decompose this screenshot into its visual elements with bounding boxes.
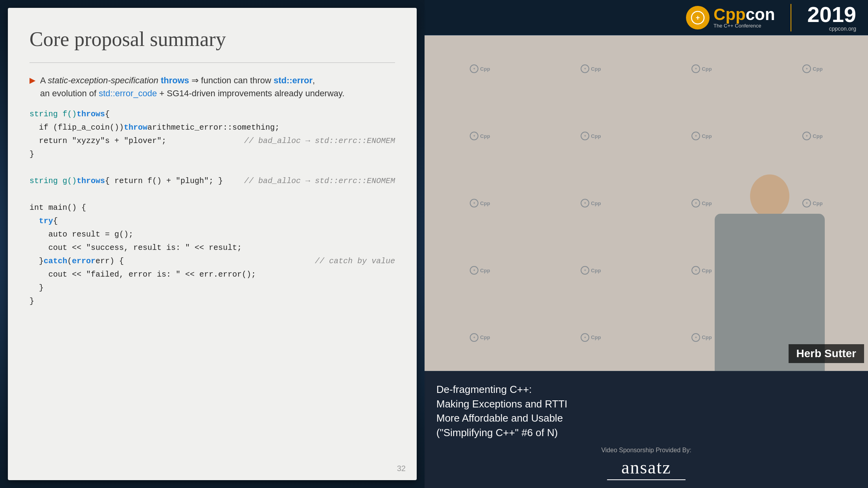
main-layout: Core proposal summary ▶ A static-excepti…	[0, 0, 868, 488]
logo-subtitle: The C++ Conference	[714, 23, 775, 29]
sponsorship-label: Video Sponsorship Provided By:	[436, 447, 856, 454]
speaker-name-badge: Herb Sutter	[789, 344, 864, 363]
std-error-code: std::error_code	[99, 88, 157, 98]
code-line-1: string f() throws {	[29, 108, 395, 121]
bullet-line2: an evolution of std::error_code + SG14-d…	[40, 88, 344, 98]
code-line-14: }	[29, 281, 395, 295]
code-line-6: string g() throws { return f() + "plugh"…	[29, 174, 395, 188]
speaker-figure	[695, 182, 844, 371]
static-exception-spec: static-exception-specification	[48, 75, 158, 85]
speaker-head	[750, 174, 789, 218]
code-line-4: }	[29, 148, 395, 161]
slide: Core proposal summary ▶ A static-excepti…	[8, 8, 417, 480]
svg-text:+: +	[696, 14, 700, 22]
video-area: +Cpp +Cpp +Cpp +Cpp +Cpp +Cpp +Cpp +Cpp …	[425, 35, 868, 371]
throws-keyword: throws	[161, 75, 189, 85]
code-line-10: auto result = g();	[29, 228, 395, 241]
bullet-text: A static-exception-specification throws …	[40, 74, 344, 100]
slide-area: Core proposal summary ▶ A static-excepti…	[0, 0, 425, 488]
bullet-point: ▶ A static-exception-specification throw…	[29, 74, 395, 100]
right-panel: + Cppcon The C++ Conference 2019 cppcon.…	[425, 0, 868, 488]
code-line-7	[29, 188, 395, 201]
code-block: string f() throws { if (flip_a_coin()) t…	[29, 108, 395, 308]
logo-area: + Cppcon The C++ Conference 2019 cppcon.…	[686, 4, 856, 32]
code-line-12: } catch(error err) { // catch by value	[29, 255, 395, 268]
info-panel: De-fragmenting C++: Making Exceptions an…	[425, 371, 868, 488]
std-error: std::error	[274, 75, 313, 85]
slide-divider	[29, 62, 395, 63]
bullet-line1: A static-exception-specification throws …	[40, 75, 315, 85]
year-text: 2019	[807, 4, 856, 26]
code-line-3: return "xyzzy"s + "plover"; // bad_alloc…	[29, 134, 395, 148]
logo-circle: +	[686, 6, 710, 29]
talk-title: De-fragmenting C++: Making Exceptions an…	[436, 382, 856, 440]
code-line-5	[29, 161, 395, 174]
slide-title: Core proposal summary	[29, 28, 395, 51]
code-line-15: }	[29, 295, 395, 308]
sponsor-name: ansatz	[436, 457, 856, 478]
code-line-11: cout << "success, result is: " << result…	[29, 241, 395, 255]
code-line-9: try {	[29, 215, 395, 228]
top-bar: + Cppcon The C++ Conference 2019 cppcon.…	[425, 0, 868, 35]
code-line-13: cout << "failed, error is: " << err.erro…	[29, 268, 395, 281]
logo-text-area: Cppcon The C++ Conference	[714, 6, 775, 29]
year-area: 2019 cppcon.org	[807, 4, 856, 32]
logo-divider	[791, 4, 791, 31]
code-line-8: int main() {	[29, 201, 395, 215]
sponsorship-area: Video Sponsorship Provided By: ansatz	[436, 447, 856, 480]
slide-page-number: 32	[397, 464, 406, 473]
cppcon-logo: + Cppcon The C++ Conference	[686, 6, 775, 29]
sponsor-underline	[607, 479, 686, 480]
catch-by-value-comment: // catch by value	[315, 255, 395, 268]
logo-cppcon-text: Cppcon	[714, 6, 775, 23]
bullet-arrow: ▶	[29, 75, 35, 85]
code-line-2: if (flip_a_coin()) throw arithmetic_erro…	[29, 121, 395, 134]
year-url: cppcon.org	[829, 26, 856, 32]
speaker-name: Herb Sutter	[796, 347, 856, 360]
